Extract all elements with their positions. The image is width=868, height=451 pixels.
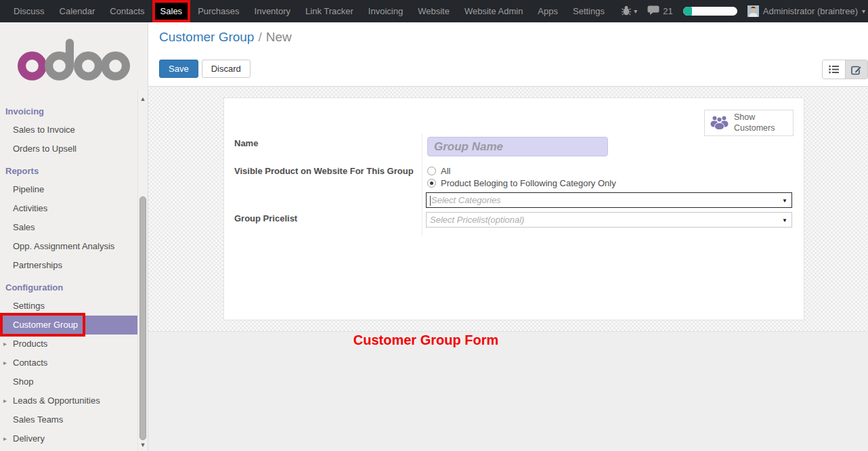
nav-item-invoicing[interactable]: Invoicing xyxy=(361,0,410,22)
nav-item-calendar[interactable]: Calendar xyxy=(52,0,103,22)
breadcrumb-current: New xyxy=(266,30,292,44)
list-view-button[interactable] xyxy=(823,60,845,79)
sidebar-item-sales-to-invoice[interactable]: Sales to Invoice xyxy=(0,121,138,139)
nav-item-discuss[interactable]: Discuss xyxy=(6,0,52,22)
radio-option-product-beloging-to-following-category-only[interactable]: Product Beloging to Following Category O… xyxy=(427,177,616,189)
top-menu: DiscussCalendarContactsSalesPurchasesInv… xyxy=(0,0,612,22)
visibility-field-label: Visible Product on Website For This Grou… xyxy=(234,166,414,176)
sidebar-item-label: Partnerships xyxy=(13,260,62,270)
pricelist-field-label: Group Pricelist xyxy=(234,213,297,223)
list-icon xyxy=(829,65,839,74)
user-label: Administrator (braintree) xyxy=(763,6,858,16)
main-area: Customer Group/New Save Discard xyxy=(148,22,868,451)
show-customers-label: Show Customers xyxy=(734,112,781,133)
sidebar-item-settings[interactable]: Settings xyxy=(0,297,138,316)
discard-button[interactable]: Discard xyxy=(202,60,251,78)
odoo-logo xyxy=(0,22,148,83)
form-view-button[interactable] xyxy=(845,60,867,79)
sidebar-item-label: Activities xyxy=(13,203,47,213)
customers-group-icon xyxy=(710,114,729,132)
sidebar-item-customer-group[interactable]: Customer Group xyxy=(0,316,138,335)
nav-item-inventory[interactable]: Inventory xyxy=(247,0,298,22)
sidebar-item-pipeline[interactable]: Pipeline xyxy=(0,180,138,199)
group-name-input[interactable] xyxy=(427,137,608,156)
nav-item-settings[interactable]: Settings xyxy=(565,0,612,22)
categories-select[interactable]: Select Categories ▼ xyxy=(426,192,792,208)
sidebar-item-activities[interactable]: Activities xyxy=(0,199,138,218)
chevron-down-icon: ▾ xyxy=(862,7,865,15)
customer-group-form-card: Show Customers Name Visible Product on W… xyxy=(223,98,804,320)
messages-menu[interactable]: 21 xyxy=(647,5,672,18)
sidebar-item-label: Delivery xyxy=(13,433,45,444)
sidebar-item-sales-teams[interactable]: Sales Teams xyxy=(0,410,138,429)
debug-menu[interactable]: ▾ xyxy=(622,5,637,18)
sidebar-item-leads-opportunities[interactable]: ▸Leads & Opportunities xyxy=(0,391,138,410)
sidebar: InvoicingSales to InvoiceOrders to Upsel… xyxy=(0,22,148,451)
view-switcher xyxy=(822,60,868,79)
radio-unselected-icon xyxy=(427,167,436,175)
sidebar-section-configuration: Configuration xyxy=(0,279,148,297)
scrollbar-thumb[interactable] xyxy=(139,196,146,440)
sidebar-section-reports: Reports xyxy=(0,163,148,180)
show-customers-button[interactable]: Show Customers xyxy=(704,110,794,136)
nav-item-sales[interactable]: Sales xyxy=(152,0,191,22)
form-view-background: Show Customers Name Visible Product on W… xyxy=(148,87,868,331)
nav-item-link-tracker[interactable]: Link Tracker xyxy=(298,0,361,22)
save-button[interactable]: Save xyxy=(159,60,198,78)
sidebar-item-label: Orders to Upsell xyxy=(13,144,77,154)
visibility-radio-group: AllProduct Beloging to Following Categor… xyxy=(427,165,616,189)
sidebar-item-label: Customer Group xyxy=(13,320,78,330)
form-column-separator xyxy=(422,133,422,236)
pricelist-placeholder: Select Pricelist(optional) xyxy=(430,215,524,225)
nav-item-website-admin[interactable]: Website Admin xyxy=(457,0,530,22)
sidebar-item-label: Leads & Opportunities xyxy=(13,395,100,406)
sidebar-item-contacts[interactable]: ▸Contacts xyxy=(0,353,138,372)
nav-item-purchases[interactable]: Purchases xyxy=(190,0,246,22)
sidebar-item-orders-to-upsell[interactable]: Orders to Upsell xyxy=(0,139,138,158)
sidebar-menu: InvoicingSales to InvoiceOrders to Upsel… xyxy=(0,103,148,448)
sidebar-item-products[interactable]: ▸Products xyxy=(0,335,138,353)
dropdown-caret-icon: ▼ xyxy=(782,217,787,223)
annotation-caption: Customer Group Form xyxy=(223,332,629,348)
radio-label: All xyxy=(441,166,450,176)
nav-item-contacts[interactable]: Contacts xyxy=(102,0,152,22)
nav-item-apps[interactable]: Apps xyxy=(530,0,565,22)
sidebar-item-label: Settings xyxy=(13,301,45,311)
radio-label: Product Beloging to Following Category O… xyxy=(441,178,616,188)
sidebar-item-delivery[interactable]: ▸Delivery xyxy=(0,429,138,448)
page-bottom-area: Customer Group Form xyxy=(148,331,868,451)
sidebar-item-opp-assignment-analysis[interactable]: Opp. Assignment Analysis xyxy=(0,237,138,256)
sidebar-section-invoicing: Invoicing xyxy=(0,103,148,121)
navbar-right: ▾ 21 Administrator (braintree) xyxy=(622,0,868,22)
scroll-down-icon[interactable]: ▼ xyxy=(138,440,148,450)
user-menu[interactable]: Administrator (braintree) ▾ xyxy=(747,5,865,17)
sidebar-item-label: Shop xyxy=(13,377,33,387)
sidebar-item-label: Sales xyxy=(13,222,35,232)
pricelist-select[interactable]: Select Pricelist(optional) ▼ xyxy=(426,212,792,228)
breadcrumb-parent[interactable]: Customer Group xyxy=(159,30,254,44)
messages-count: 21 xyxy=(663,6,672,16)
progress-bar xyxy=(683,7,737,16)
breadcrumb: Customer Group/New xyxy=(159,30,292,45)
sidebar-scrollbar[interactable]: ▲ ▼ xyxy=(137,90,148,451)
breadcrumb-separator: / xyxy=(258,30,261,44)
sidebar-item-partnerships[interactable]: Partnerships xyxy=(0,256,138,275)
nav-item-website[interactable]: Website xyxy=(410,0,457,22)
control-panel: Customer Group/New Save Discard xyxy=(148,22,868,87)
bug-icon xyxy=(622,5,631,18)
sidebar-item-label: Sales Teams xyxy=(13,414,63,425)
progress-fill xyxy=(683,7,693,16)
avatar xyxy=(747,5,759,17)
sidebar-item-label: Pipeline xyxy=(13,184,44,194)
radio-selected-icon xyxy=(427,179,436,188)
radio-option-all[interactable]: All xyxy=(427,165,616,177)
sidebar-item-label: Opp. Assignment Analysis xyxy=(13,241,114,251)
chevron-down-icon: ▾ xyxy=(634,7,637,15)
dropdown-caret-icon: ▼ xyxy=(782,198,787,204)
scroll-up-icon[interactable]: ▲ xyxy=(138,94,148,104)
sidebar-item-label: Contacts xyxy=(13,358,47,368)
sidebar-item-sales[interactable]: Sales xyxy=(0,218,138,237)
form-buttons: Save Discard xyxy=(159,60,251,78)
name-field-label: Name xyxy=(234,138,258,148)
sidebar-item-shop[interactable]: Shop xyxy=(0,372,138,391)
